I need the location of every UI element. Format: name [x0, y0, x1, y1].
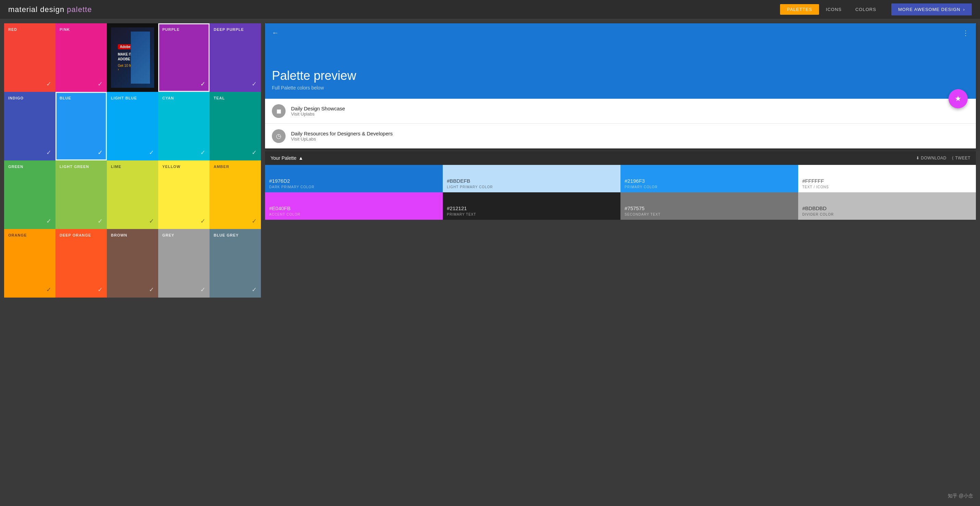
color-cell-cyan[interactable]: CYAN ✓	[158, 92, 210, 160]
color-cell-purple[interactable]: PURPLE ✓	[158, 23, 210, 92]
color-cell-teal[interactable]: TEAL ✓	[210, 92, 261, 160]
color-name: LIGHT BLUE	[111, 96, 154, 100]
palette-section: Your Palette ▲ ⬇ DOWNLOAD ⟨ TWEET #19	[265, 151, 976, 220]
color-cell-pink[interactable]: PINK ✓	[56, 23, 107, 92]
color-cell-grey[interactable]: GREY ✓	[158, 229, 210, 298]
color-name: BLUE GREY	[214, 233, 257, 237]
palette-hex: #BDBDBD	[802, 205, 972, 211]
color-cell-ad[interactable]: Adobe MAKE IT WITHADOBE STOCK. Get 10 fr…	[107, 23, 158, 92]
check-icon: ✓	[46, 217, 51, 225]
color-cell-light-green[interactable]: LIGHT GREEN ✓	[56, 160, 107, 229]
color-cell-green[interactable]: GREEN ✓	[4, 160, 56, 229]
preview-list-item: ◼ Daily Design Showcase Visit Uplabs	[265, 99, 976, 124]
check-icon: ✓	[149, 217, 154, 225]
palette-label: PRIMARY TEXT	[447, 212, 616, 216]
palette-hex: #2196F3	[625, 178, 794, 184]
list-icon: ◷	[272, 129, 286, 143]
palette-label: SECONDARY TEXT	[625, 212, 794, 216]
color-name: DEEP ORANGE	[60, 233, 103, 237]
palette-label: DARK PRIMARY COLOR	[269, 185, 439, 189]
preview-fab[interactable]: ★	[948, 89, 968, 109]
preview-header: ← ⋮ Palette preview Full Palette colors …	[265, 23, 976, 99]
palette-color-cell[interactable]: #212121 PRIMARY TEXT	[443, 192, 620, 220]
color-name: TEAL	[214, 96, 257, 100]
color-cell-amber[interactable]: AMBER ✓	[210, 160, 261, 229]
preview-card: ← ⋮ Palette preview Full Palette colors …	[265, 23, 976, 148]
palette-label: LIGHT PRIMARY COLOR	[447, 185, 616, 189]
color-cell-deep-purple[interactable]: DEEP PURPLE ✓	[210, 23, 261, 92]
color-cell-red[interactable]: RED ✓	[4, 23, 56, 92]
color-cell-indigo[interactable]: INDIGO ✓	[4, 92, 56, 160]
fab-star-icon: ★	[955, 94, 961, 103]
back-icon[interactable]: ←	[272, 29, 279, 37]
palette-color-cell[interactable]: #FFFFFF TEXT / ICONS	[798, 165, 976, 192]
check-icon: ✓	[46, 286, 51, 294]
watermark: 知乎 @小念	[948, 493, 973, 499]
color-grid: RED ✓ PINK ✓ Adobe MAKE IT WITHADOBE STO…	[4, 23, 261, 298]
color-name: AMBER	[214, 164, 257, 169]
check-icon: ✓	[252, 286, 257, 294]
color-cell-yellow[interactable]: YELLOW ✓	[158, 160, 210, 229]
ad-image	[131, 32, 150, 84]
main-content: RED ✓ PINK ✓ Adobe MAKE IT WITHADOBE STO…	[0, 19, 980, 302]
palette-colors-row1: #1976D2 DARK PRIMARY COLOR #BBDEFB LIGHT…	[265, 165, 976, 192]
color-name: PINK	[60, 27, 103, 32]
color-cell-blue-grey[interactable]: BLUE GREY ✓	[210, 229, 261, 298]
check-icon: ✓	[98, 286, 103, 294]
tweet-button[interactable]: ⟨ TWEET	[952, 156, 970, 160]
palette-label: PRIMARY COLOR	[625, 185, 794, 189]
color-name: INDIGO	[8, 96, 51, 100]
check-icon: ✓	[98, 217, 103, 225]
ad-banner: Adobe MAKE IT WITHADOBE STOCK. Get 10 fr…	[111, 27, 154, 88]
palette-label: DIVIDER COLOR	[802, 212, 972, 216]
ad-logo: Adobe	[118, 44, 132, 49]
logo-text-white: material design	[8, 5, 64, 14]
palette-hex: #E040FB	[269, 205, 439, 211]
palette-color-cell[interactable]: #E040FB ACCENT COLOR	[265, 192, 443, 220]
list-primary: Daily Resources for Designers & Develope…	[291, 131, 393, 136]
nav-colors[interactable]: COLORS	[848, 4, 883, 15]
color-cell-blue[interactable]: BLUE ✓	[56, 92, 107, 160]
palette-color-cell[interactable]: #2196F3 PRIMARY COLOR	[620, 165, 798, 192]
check-icon: ✓	[252, 149, 257, 156]
color-cell-light-blue[interactable]: LIGHT BLUE ✓	[107, 92, 158, 160]
list-primary: Daily Design Showcase	[291, 105, 345, 112]
check-icon: ✓	[46, 80, 51, 88]
color-cell-deep-orange[interactable]: DEEP ORANGE ✓	[56, 229, 107, 298]
menu-icon[interactable]: ⋮	[962, 29, 969, 37]
check-icon: ✓	[46, 149, 51, 156]
color-name: BROWN	[111, 233, 154, 237]
list-text: Daily Design Showcase Visit Uplabs	[291, 105, 345, 117]
color-name: YELLOW	[162, 164, 205, 169]
palette-hex: #1976D2	[269, 178, 439, 184]
palette-hex: #757575	[625, 205, 794, 211]
color-cell-brown[interactable]: BROWN ✓	[107, 229, 158, 298]
download-button[interactable]: ⬇ DOWNLOAD	[916, 156, 947, 160]
palette-color-cell[interactable]: #BBDEFB LIGHT PRIMARY COLOR	[443, 165, 620, 192]
palette-color-cell[interactable]: #BDBDBD DIVIDER COLOR	[798, 192, 976, 220]
list-icon: ◼	[272, 104, 286, 118]
color-name: LIME	[111, 164, 154, 169]
color-name: GREY	[162, 233, 205, 237]
color-cell-lime[interactable]: LIME ✓	[107, 160, 158, 229]
color-name: DEEP PURPLE	[214, 27, 257, 32]
palette-hex: #212121	[447, 205, 616, 211]
check-icon: ✓	[98, 80, 103, 88]
logo-text-purple: palette	[67, 5, 92, 14]
palette-color-cell[interactable]: #1976D2 DARK PRIMARY COLOR	[265, 165, 443, 192]
color-name: BLUE	[60, 96, 103, 100]
palette-colors-row2: #E040FB ACCENT COLOR #212121 PRIMARY TEX…	[265, 192, 976, 220]
nav-icons[interactable]: ICONS	[819, 4, 848, 15]
palette-color-cell[interactable]: #757575 SECONDARY TEXT	[620, 192, 798, 220]
more-awesome-button[interactable]: MORE AWESOME DESIGN ›	[891, 3, 972, 16]
list-secondary: Visit Uplabs	[291, 112, 345, 117]
check-icon: ✓	[98, 149, 103, 156]
palette-hex: #BBDEFB	[447, 178, 616, 184]
preview-body: ◼ Daily Design Showcase Visit Uplabs ◷ D…	[265, 99, 976, 148]
check-icon: ✓	[200, 149, 205, 156]
nav-palettes[interactable]: PALETTES	[780, 4, 819, 15]
color-cell-orange[interactable]: ORANGE ✓	[4, 229, 56, 298]
palette-label: TEXT / ICONS	[802, 185, 972, 189]
color-name: ORANGE	[8, 233, 51, 237]
preview-title-area: Palette preview Full Palette colors belo…	[272, 69, 356, 91]
